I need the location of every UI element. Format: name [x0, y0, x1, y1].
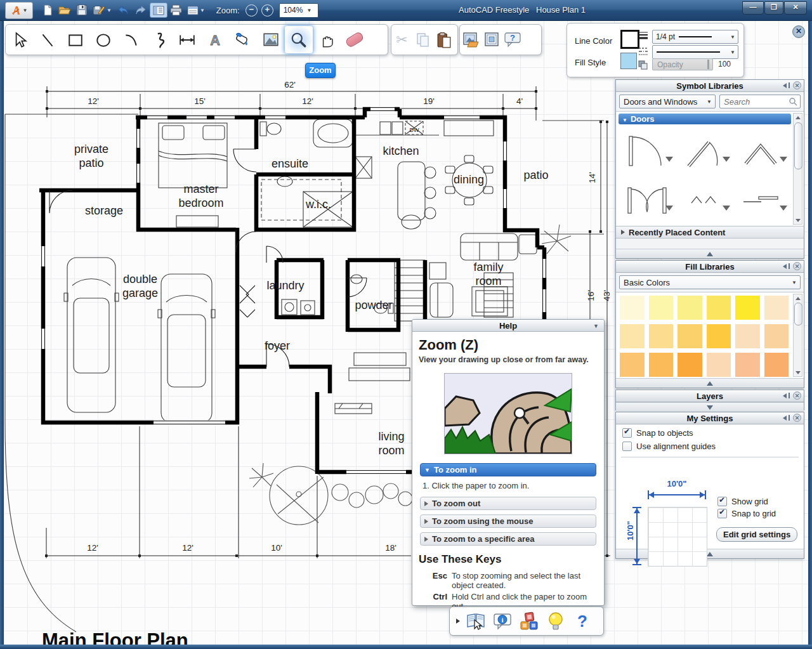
help-header[interactable]: Help ▼ [412, 320, 604, 332]
copy-tool[interactable] [412, 26, 433, 53]
scroll-up-icon[interactable] [794, 294, 802, 302]
close-panel-icon[interactable]: ✕ [793, 414, 801, 422]
help-contents-button[interactable]: ? [569, 608, 596, 634]
help-section-zoom-mouse[interactable]: To zoom using the mouse [420, 515, 596, 528]
help-button[interactable]: ? [502, 26, 523, 53]
fill-swatch[interactable] [707, 324, 731, 348]
door-symbol-open-swing[interactable] [676, 127, 733, 176]
fill-swatch[interactable] [620, 353, 645, 377]
fill-swatch[interactable] [678, 296, 702, 320]
symbols-scrollbar[interactable] [793, 113, 802, 225]
chevron-down-icon[interactable]: ▼ [107, 8, 112, 13]
recently-placed-section[interactable]: Recently Placed Content [616, 226, 804, 239]
snap-to-objects-setting[interactable]: Snap to objects [622, 428, 804, 438]
minimize-button[interactable]: — [742, 1, 764, 15]
new-button[interactable] [39, 3, 56, 18]
fill-swatch[interactable] [735, 353, 760, 377]
help-section-zoom-area[interactable]: To zoom to a specific area [420, 532, 596, 546]
zoom-out-button[interactable]: − [246, 4, 258, 16]
open-button[interactable] [56, 3, 74, 18]
panel-header[interactable]: My Settings ✕ [616, 412, 804, 424]
fill-swatch[interactable] [707, 296, 731, 320]
opacity-slider[interactable]: Opacity [652, 58, 713, 70]
panel-header[interactable]: Layers ✕ [616, 390, 804, 402]
snap-to-grid-setting[interactable]: Snap to grid [717, 509, 776, 518]
fill-swatch[interactable] [649, 324, 674, 348]
drawing-frame-button[interactable] [481, 26, 502, 53]
insert-image-button[interactable] [460, 26, 481, 53]
symbol-options-icon[interactable] [723, 211, 731, 222]
close-panel-icon[interactable]: ✕ [793, 262, 801, 270]
fill-swatch[interactable] [678, 324, 702, 348]
view-options-button[interactable]: ▼ [185, 3, 207, 18]
fills-scrollbar[interactable] [793, 294, 802, 377]
fill-swatch[interactable] [707, 353, 731, 377]
line-style-select[interactable]: ▼ [652, 45, 738, 59]
door-symbol-double-swing[interactable] [619, 176, 676, 225]
panel-toggle-button[interactable] [150, 3, 167, 18]
scroll-up-icon[interactable] [794, 114, 802, 121]
scroll-down-icon[interactable] [794, 369, 802, 376]
search-input[interactable] [720, 96, 789, 107]
freehand-tool[interactable] [145, 26, 173, 53]
basics-button[interactable] [516, 608, 542, 634]
chevron-down-icon[interactable]: ▼ [200, 8, 205, 13]
line-weight-select[interactable]: 1/4 pt ▼ [652, 30, 738, 44]
save-as-button[interactable]: ▼ [90, 3, 114, 18]
dimension-tool[interactable] [173, 26, 201, 53]
zoom-tool[interactable] [285, 26, 313, 53]
panel-expand-down[interactable] [616, 402, 804, 412]
scroll-down-icon[interactable] [794, 216, 802, 224]
line-color-swatch[interactable] [620, 30, 639, 49]
fill-swatch[interactable] [764, 296, 789, 320]
checkbox-checked-icon[interactable] [622, 428, 632, 438]
symbol-options-icon[interactable] [665, 211, 674, 222]
alignment-guides-setting[interactable]: Use alignment guides [622, 442, 804, 451]
fill-swatch[interactable] [649, 353, 674, 377]
checkbox-checked-icon[interactable] [717, 509, 727, 518]
print-button[interactable] [167, 3, 185, 18]
fill-swatch[interactable] [735, 324, 760, 348]
symbol-category-select[interactable]: Doors and Windows ▼ [619, 95, 716, 108]
save-button[interactable] [74, 3, 90, 18]
collapse-panel-icon[interactable] [782, 414, 790, 422]
checkbox-unchecked-icon[interactable] [622, 442, 632, 451]
door-symbol-bifold[interactable] [733, 127, 790, 176]
fill-swatch[interactable] [735, 296, 760, 320]
fill-swatch[interactable] [649, 296, 674, 320]
panel-header[interactable]: Fill Libraries ✕ [616, 261, 804, 273]
maximize-button[interactable]: ❐ [764, 1, 783, 15]
close-panel-icon[interactable]: ✕ [793, 391, 801, 400]
help-section-zoom-in[interactable]: ▼ To zoom in [420, 463, 596, 476]
fill-style-swatch[interactable] [620, 53, 637, 69]
fill-swatch[interactable] [764, 353, 789, 377]
eraser-tool[interactable] [341, 26, 369, 53]
fill-swatch[interactable] [764, 324, 789, 348]
help-section-zoom-out[interactable]: To zoom out [420, 497, 596, 510]
fill-category-select[interactable]: Basic Colors ▼ [619, 275, 801, 289]
text-tool[interactable]: A [201, 26, 229, 53]
cut-tool[interactable]: ✂ [391, 26, 412, 53]
symbol-options-icon[interactable] [723, 162, 731, 173]
slider-handle-icon[interactable] [707, 60, 709, 69]
panel-header[interactable]: Symbol Libraries ✕ [616, 80, 804, 92]
paste-tool[interactable] [433, 26, 454, 53]
show-grid-setting[interactable]: Show grid [717, 497, 776, 506]
app-menu-button[interactable]: ▼ [5, 2, 33, 19]
undo-button[interactable] [114, 3, 132, 18]
ellipse-tool[interactable] [89, 26, 117, 53]
close-panel-icon[interactable]: ✕ [793, 81, 801, 89]
zoom-in-button[interactable]: + [261, 4, 273, 16]
door-symbol-double-bifold[interactable] [676, 176, 733, 225]
fill-swatch[interactable] [678, 353, 702, 377]
info-button[interactable]: i [489, 608, 516, 634]
pan-tool[interactable] [313, 26, 341, 53]
tutorials-button[interactable] [462, 608, 489, 634]
tips-button[interactable] [542, 608, 569, 634]
toolbar-close-icon[interactable]: ✕ [792, 25, 805, 38]
line-tool[interactable] [34, 26, 62, 53]
image-tool[interactable] [257, 26, 285, 53]
panel-resize-up[interactable] [616, 549, 804, 558]
fill-swatch[interactable] [620, 296, 645, 320]
collapse-panel-icon[interactable] [782, 391, 790, 400]
